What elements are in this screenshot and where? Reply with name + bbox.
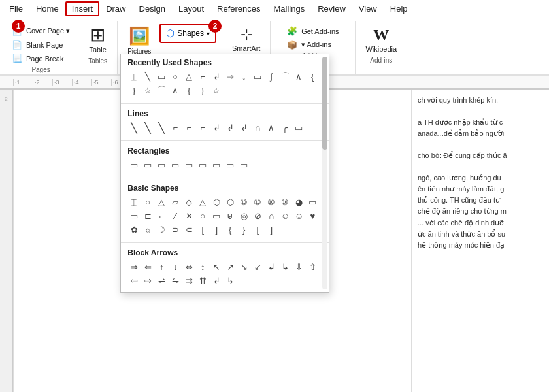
shape-item[interactable]: ⌐ <box>169 121 182 134</box>
shape-item[interactable]: ⇧ <box>306 260 319 273</box>
dropdown-scrollbar[interactable] <box>322 57 327 289</box>
shape-item[interactable]: ∩ <box>251 121 264 134</box>
shape-item[interactable]: ○ <box>196 209 209 222</box>
shape-item[interactable]: ✿ <box>127 223 141 236</box>
shape-item[interactable]: ⇋ <box>169 274 182 287</box>
menu-references[interactable]: References <box>210 1 267 16</box>
shape-item[interactable]: ↕ <box>196 260 209 273</box>
shape-item[interactable]: ☺ <box>292 209 305 222</box>
shape-item[interactable]: ☺ <box>278 209 291 222</box>
shape-item[interactable]: ↲ <box>265 260 278 273</box>
shape-item[interactable]: ⬡ <box>210 195 223 208</box>
pictures-btn[interactable]: 🖼️ Pictures <box>123 24 156 57</box>
wikipedia-btn[interactable]: W Wikipedia <box>361 24 401 56</box>
get-addins-btn[interactable]: 🧩 Get Add-ins <box>284 25 341 37</box>
shape-item[interactable]: ↓ <box>169 260 182 273</box>
shape-item[interactable]: ▭ <box>141 158 154 171</box>
shape-item[interactable]: ] <box>265 223 278 236</box>
shape-item[interactable]: ↲ <box>224 121 237 134</box>
shape-item[interactable]: ∩ <box>265 209 278 222</box>
shape-item[interactable]: ⌒ <box>278 70 291 83</box>
shape-item[interactable]: ☽ <box>155 223 168 236</box>
shape-item[interactable]: } <box>196 84 209 97</box>
shape-item[interactable]: ♥ <box>306 209 319 222</box>
menu-file[interactable]: File <box>3 1 29 16</box>
shape-item[interactable]: ⌐ <box>182 121 195 134</box>
shape-item[interactable]: ▭ <box>127 209 141 222</box>
shape-item[interactable]: ◎ <box>237 209 250 222</box>
shape-item[interactable]: ▭ <box>237 158 250 171</box>
shape-item[interactable]: ⬡ <box>224 195 237 208</box>
menu-insert[interactable]: Insert <box>65 1 100 16</box>
shape-item[interactable]: ▭ <box>155 70 168 83</box>
shape-item[interactable]: { <box>182 84 195 97</box>
shape-item[interactable]: ✕ <box>182 209 195 222</box>
menu-help[interactable]: Help <box>384 1 414 16</box>
shape-item[interactable]: ☆ <box>141 84 154 97</box>
shape-item[interactable]: ╭ <box>278 121 291 134</box>
shape-item[interactable]: ↲ <box>210 121 223 134</box>
shape-item[interactable]: ↑ <box>155 260 168 273</box>
shape-item[interactable]: } <box>127 84 141 97</box>
shape-item[interactable]: ⊏ <box>141 209 154 222</box>
shape-item[interactable]: [ <box>251 223 264 236</box>
shape-item[interactable]: ↲ <box>210 70 223 83</box>
shape-item[interactable]: ⊘ <box>251 209 264 222</box>
shape-item[interactable]: ▭ <box>155 158 168 171</box>
shape-item[interactable]: ⑩ <box>278 195 291 208</box>
shape-item[interactable]: ╲ <box>141 121 154 134</box>
shape-item[interactable]: ○ <box>141 195 154 208</box>
shape-item[interactable]: ⊃ <box>169 223 182 236</box>
shape-item[interactable]: ⌐ <box>155 209 168 222</box>
shape-item[interactable]: ⇨ <box>141 274 154 287</box>
shape-item[interactable]: ▭ <box>210 158 223 171</box>
shape-item[interactable]: ↳ <box>278 260 291 273</box>
shape-item[interactable]: ↓ <box>237 70 250 83</box>
shape-item[interactable]: ↲ <box>237 121 250 134</box>
shape-item[interactable]: ⇒ <box>127 260 141 273</box>
shape-item[interactable]: ▱ <box>169 195 182 208</box>
shape-item[interactable]: ⇐ <box>141 260 154 273</box>
shape-item[interactable]: ⑩ <box>251 195 264 208</box>
shape-item[interactable]: [ <box>196 223 209 236</box>
shape-item[interactable]: ↳ <box>224 274 237 287</box>
shape-item[interactable]: ▭ <box>127 158 141 171</box>
shape-item[interactable]: ╲ <box>127 121 141 134</box>
shape-item[interactable]: ⇔ <box>182 260 195 273</box>
shape-item[interactable]: ⑩ <box>265 195 278 208</box>
shape-item[interactable]: ╲ <box>155 121 168 134</box>
shape-item[interactable]: ▭ <box>224 158 237 171</box>
menu-mailings[interactable]: Mailings <box>267 1 312 16</box>
shape-item[interactable]: ∧ <box>169 84 182 97</box>
shape-item[interactable]: ☼ <box>141 223 154 236</box>
shape-item[interactable]: ↗ <box>224 260 237 273</box>
menu-layout[interactable]: Layout <box>172 1 210 16</box>
menu-draw[interactable]: Draw <box>99 1 132 16</box>
shape-item[interactable]: } <box>237 223 250 236</box>
my-addins-btn[interactable]: 📦 ▾ Add-ins <box>284 39 341 51</box>
shape-item[interactable]: ⌒ <box>155 84 168 97</box>
menu-design[interactable]: Design <box>133 1 172 16</box>
shape-item[interactable]: { <box>306 70 319 83</box>
shape-item[interactable]: { <box>224 223 237 236</box>
page-break-btn[interactable]: 📃 Page Break <box>9 52 73 65</box>
shape-item[interactable]: ⌐ <box>196 70 209 83</box>
smartart-btn[interactable]: ⊹ SmartArt <box>227 24 265 55</box>
menu-view[interactable]: View <box>352 1 384 16</box>
shape-item[interactable]: ⇈ <box>196 274 209 287</box>
shape-item[interactable]: ▭ <box>210 209 223 222</box>
shape-item[interactable]: ☆ <box>210 84 223 97</box>
menu-review[interactable]: Review <box>311 1 352 16</box>
shape-item[interactable]: ↘ <box>237 260 250 273</box>
shape-item[interactable]: ⇒ <box>224 70 237 83</box>
shape-item[interactable]: ⇌ <box>155 274 168 287</box>
shape-item[interactable]: ∫ <box>265 70 278 83</box>
shape-item[interactable]: ∕ <box>169 209 182 222</box>
shape-item[interactable]: ▭ <box>292 121 305 134</box>
shape-item[interactable]: ⑩ <box>237 195 250 208</box>
shape-item[interactable]: ⇉ <box>182 274 195 287</box>
shape-item[interactable]: ⊂ <box>182 223 195 236</box>
shape-item[interactable]: ▭ <box>196 158 209 171</box>
shape-item[interactable]: ↙ <box>251 260 264 273</box>
shape-item[interactable]: ▭ <box>182 158 195 171</box>
